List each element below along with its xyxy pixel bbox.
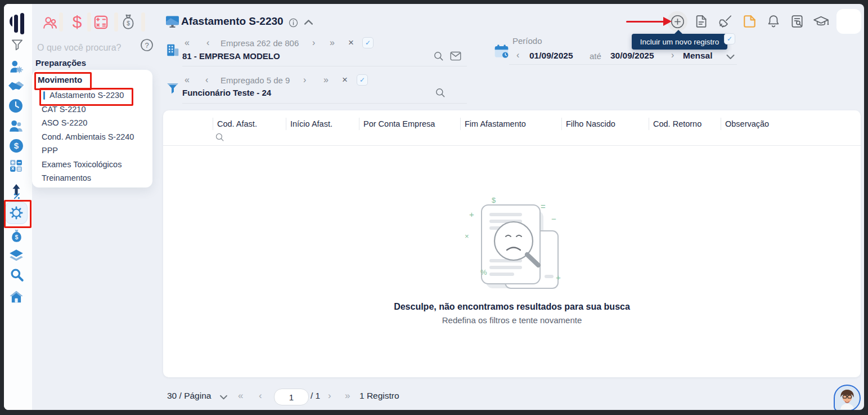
pagination-prev-button[interactable]: ‹ — [259, 390, 262, 401]
company-prev-button[interactable]: ‹ — [206, 38, 209, 48]
results-card: Cod. Afast. Início Afast. Por Conta Empr… — [163, 110, 861, 377]
broom-clear-icon[interactable] — [718, 14, 733, 29]
divider — [141, 12, 145, 32]
finance-module-icon[interactable]: $ — [70, 13, 84, 32]
employee-last-button[interactable]: » — [323, 75, 329, 85]
column-header-filho-nascido[interactable]: Filho Nascido — [561, 118, 649, 130]
period-until-label: até — [590, 51, 601, 61]
page-number-input[interactable] — [274, 389, 309, 405]
sidebar-search-icon[interactable] — [10, 267, 24, 282]
employee-next-button[interactable]: › — [303, 75, 306, 85]
pagination-first-button[interactable]: « — [238, 390, 243, 401]
page-size-select[interactable]: 30 / Página — [167, 391, 211, 401]
period-mode-chevron-down-icon[interactable] — [726, 53, 735, 60]
company-clear-button[interactable]: × — [348, 37, 354, 48]
filter-icon[interactable] — [11, 38, 24, 51]
document-icon[interactable] — [694, 14, 709, 29]
info-icon[interactable] — [289, 18, 298, 28]
audit-search-icon[interactable] — [790, 14, 804, 29]
sidebar-person-settings-icon[interactable] — [8, 59, 24, 74]
page-total-label: / 1 — [311, 391, 320, 401]
column-header-por-conta-empresa[interactable]: Por Conta Empresa — [359, 118, 461, 130]
menu-item-aso[interactable]: ASO S-2220 — [42, 118, 87, 127]
divider — [509, 64, 737, 65]
tooltip-caret — [674, 30, 683, 34]
period-next-button[interactable]: › — [671, 50, 674, 60]
period-label: Período — [512, 36, 542, 46]
sidebar-people-icon[interactable] — [8, 118, 24, 133]
support-chat-avatar[interactable] — [834, 385, 861, 410]
calculator-module-icon[interactable] — [93, 15, 109, 30]
employee-search-icon[interactable] — [435, 87, 446, 98]
divider — [182, 66, 467, 66]
menu-item-ppp[interactable]: PPP — [42, 146, 58, 155]
period-checkbox[interactable]: ✓ — [724, 33, 735, 44]
notifications-bell-icon[interactable] — [766, 14, 781, 29]
divider — [182, 103, 467, 104]
column-header-cod-retorno[interactable]: Cod. Retorno — [649, 118, 721, 130]
page-size-chevron-down-icon[interactable] — [219, 394, 228, 400]
menu-section-preparacoes: Preparações — [35, 58, 86, 68]
calendar-icon — [494, 44, 509, 59]
training-cap-icon[interactable] — [813, 15, 829, 29]
svg-text:+: + — [556, 273, 561, 282]
employee-clear-button[interactable]: × — [342, 74, 348, 86]
sidebar-money-icon[interactable]: $ — [9, 139, 24, 153]
menu-item-treinamentos[interactable]: Treinamentos — [42, 173, 91, 182]
record-count: 1 Registro — [359, 391, 399, 401]
sidebar-calculator-icon[interactable] — [9, 159, 23, 173]
pagination-last-button[interactable]: » — [345, 390, 350, 401]
column-header-observacao[interactable]: Observação — [721, 118, 826, 130]
sidebar-moneybag-icon[interactable]: $ — [10, 229, 24, 244]
svg-text:?: ? — [145, 41, 149, 50]
page-title: Afastamento S-2230 — [181, 15, 284, 28]
employee-name: Funcionário Teste - 24 — [182, 88, 271, 97]
company-checkbox[interactable]: ✓ — [362, 37, 374, 48]
svg-text:=: = — [541, 202, 546, 211]
table-filter-search-icon[interactable] — [215, 132, 224, 142]
column-header-inicio-afast[interactable]: Início Afast. — [286, 118, 359, 130]
employee-prev-button[interactable]: ‹ — [205, 75, 208, 85]
empty-state-title: Desculpe, não encontramos resultados par… — [163, 302, 861, 312]
employee-checkbox[interactable]: ✓ — [357, 74, 368, 86]
monitor-icon — [165, 15, 179, 29]
sidebar-layers-icon[interactable] — [8, 248, 24, 263]
period-end-date[interactable]: 30/09/2025 — [610, 51, 654, 61]
company-position-label: Empresa 262 de 806 — [221, 38, 299, 48]
profile-button[interactable] — [836, 9, 861, 34]
help-icon[interactable]: ? — [140, 38, 154, 52]
company-mail-icon[interactable] — [450, 51, 461, 61]
app-logo[interactable] — [8, 13, 28, 34]
building-icon — [165, 43, 180, 57]
payroll-bag-module-icon[interactable]: $ — [121, 14, 136, 30]
menu-item-cat[interactable]: CAT S-2210 — [42, 105, 86, 114]
tooltip-add-record: Incluir um novo registro — [632, 34, 727, 50]
period-start-date[interactable]: 01/09/2025 — [529, 51, 573, 61]
column-header-cod-afast[interactable]: Cod. Afast. — [213, 118, 286, 130]
sidebar-clock-icon[interactable] — [8, 99, 23, 113]
menu-item-exames[interactable]: Exames Toxicológicos — [42, 160, 122, 169]
period-prev-button[interactable]: ‹ — [516, 50, 519, 60]
note-icon[interactable] — [743, 14, 757, 29]
employee-position-label: Empregado 5 de 9 — [221, 75, 290, 85]
company-next-button[interactable]: › — [312, 38, 315, 48]
search-input[interactable] — [36, 39, 140, 57]
svg-text:−: − — [551, 214, 556, 224]
employee-first-button[interactable]: « — [185, 75, 190, 85]
company-last-button[interactable]: » — [330, 38, 335, 48]
period-mode-select[interactable]: Mensal — [683, 51, 713, 61]
sidebar-home-icon[interactable] — [9, 289, 24, 304]
annotation-box-afastamento — [39, 88, 133, 106]
svg-text:$: $ — [14, 141, 19, 150]
menu-item-cond-ambientais[interactable]: Cond. Ambientais S-2240 — [42, 132, 134, 141]
sidebar-growth-icon[interactable] — [10, 184, 23, 199]
app-window: $ $ ? — [4, 4, 864, 410]
sidebar-handshake-icon[interactable] — [7, 79, 25, 92]
collapse-chevron-up-icon[interactable] — [304, 19, 313, 26]
pagination-next-button[interactable]: › — [328, 390, 331, 401]
company-search-icon[interactable] — [433, 51, 444, 61]
company-first-button[interactable]: « — [185, 38, 190, 48]
people-module-icon[interactable] — [43, 15, 57, 30]
svg-text:$: $ — [492, 196, 496, 204]
column-header-fim-afastamento[interactable]: Fim Afastamento — [460, 118, 562, 130]
